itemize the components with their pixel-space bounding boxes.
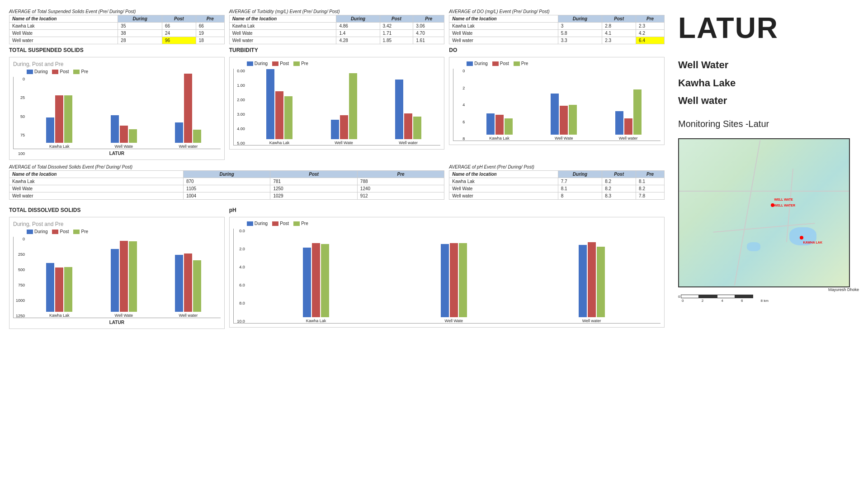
do-col-pre: Pre — [636, 15, 665, 23]
tss-wellwater-post-bar — [184, 74, 192, 143]
turb-chart-bars: Kawha Lak Well Wate — [233, 69, 441, 145]
do-wellwater-pre-bar — [633, 89, 642, 135]
turb-col-name: Name of the location — [229, 15, 336, 23]
turbidity-chart: During Post Pre 5.004.003.002.001.000.00 — [229, 57, 445, 150]
pre-color-box — [73, 70, 80, 74]
bar-group-kawha-bars — [46, 95, 72, 143]
tss-row2-pre: 19 — [196, 30, 224, 37]
ph-chart-title: pH — [229, 207, 665, 213]
ph-kawha-label: Kawha Lak — [306, 319, 326, 323]
ph-wellwate-during-bar — [441, 244, 449, 317]
tss-chart-title: TOTAL SUSPENDED SOLIDS — [9, 47, 225, 53]
scale-bar-container: 0 0 2 4 6 8 km — [678, 295, 859, 303]
tds-col-pre: Pre — [357, 171, 444, 178]
legend-post: Post — [52, 69, 69, 74]
bar-group-kawha: Kawha Lak — [247, 62, 312, 145]
tss-row2-name: Well Wate — [9, 30, 118, 37]
do-wellwate-during-bar — [551, 94, 559, 135]
tds-kawha-pre-bar — [64, 267, 72, 312]
turb-row3-pre: 1.61 — [413, 37, 444, 44]
tds-chart-bars: Kawha Lak Well Wate — [13, 237, 221, 318]
turb-wellwate-post-bar — [340, 115, 348, 139]
bar-group-wellwate-bars — [441, 222, 467, 317]
ph-chart: During Post Pre 10.08.06.04.02.00.0 — [229, 217, 665, 328]
ph-row1-during: 7.7 — [558, 178, 602, 185]
turb-row1-pre: 3.06 — [413, 23, 444, 30]
ph-wellwater-post-bar — [588, 242, 596, 317]
latur-title: LATUR — [678, 14, 859, 42]
location-item-1: Well Water — [678, 56, 859, 74]
do-row1-during: 3 — [558, 23, 602, 30]
scale-labels: 0 2 4 6 8 km — [678, 299, 769, 303]
do-row3-during: 3.3 — [558, 37, 602, 44]
bar-group-kawha-bars — [266, 62, 292, 139]
tds-kawha-label: Kawha Lak — [49, 313, 70, 318]
do-wellwater-during-bar — [615, 111, 623, 135]
turb-row2-post: 1.71 — [380, 30, 413, 37]
turb-col-during: During — [336, 15, 380, 23]
ph-row2-during: 8.1 — [558, 185, 602, 192]
during-color-box — [27, 70, 33, 74]
turb-kawha-during-bar — [266, 69, 274, 139]
do-wellwater-label: Well water — [619, 136, 638, 141]
do-row1-post: 2.8 — [602, 23, 636, 30]
do-row2-pre: 4.2 — [636, 30, 665, 37]
tss-wellwate-post-bar — [120, 126, 128, 143]
scale-seg-4 — [735, 295, 753, 298]
bar-group-wellwate: Well Wate — [311, 62, 376, 145]
tss-wellwater-during-bar — [175, 122, 183, 143]
bar-group-kawha-bars — [486, 62, 513, 135]
legend-during: During — [27, 69, 47, 74]
tds-table: Name of the location During Post Pre Kaw… — [9, 170, 444, 200]
scale-6: 6 — [741, 299, 743, 303]
bar-group-kawha: Kawha Lak — [247, 222, 385, 323]
road-horizontal — [679, 191, 849, 192]
tds-wellwater-label: Well water — [179, 313, 198, 318]
ph-wellwate-label: Well Wate — [445, 319, 463, 323]
tss-row3-during: 28 — [118, 37, 162, 44]
tds-row2-pre: 1240 — [357, 185, 444, 192]
turbidity-chart-title: TURBIDITY — [229, 47, 445, 53]
ph-col-post: Post — [602, 171, 636, 178]
map-background: WELL WATE WELL WATER KAWHA LAK — [679, 139, 849, 286]
tss-row1-post: 66 — [162, 23, 196, 30]
tss-row3-pre: 18 — [196, 37, 224, 44]
do-kawha-post-bar — [495, 115, 504, 135]
do-row2-name: Well Wate — [449, 30, 558, 37]
ph-row1-name: Kawha Lak — [449, 178, 558, 185]
bar-group-wellwate: Well Wate — [532, 62, 596, 141]
table-row: Kawha Lak 35 66 66 — [9, 23, 225, 30]
scale-seg-1 — [681, 295, 699, 298]
tds-col-post: Post — [270, 171, 357, 178]
location-list: Well Water Kawha Lake Well water — [678, 56, 859, 110]
turb-kawha-pre-bar — [284, 96, 292, 139]
table-row: Kawha Lak 870 781 788 — [9, 178, 444, 185]
tss-row2-during: 38 — [118, 30, 162, 37]
turb-wellwater-label: Well water — [399, 141, 418, 145]
tds-wellwater-during-bar — [175, 255, 183, 312]
scale-4: 4 — [721, 299, 723, 303]
tss-table: Name of the location During Post Pre Kaw… — [9, 15, 225, 44]
bar-group-wellwater: Well water — [376, 62, 441, 145]
tss-row3-name: Well water — [9, 37, 118, 44]
do-chart-bars: Kawha Lak Well Wate — [453, 69, 660, 141]
tss-chart-subtitle: During, Post and Pre — [13, 61, 221, 67]
table-row: Kawha Lak 3 2.8 2.3 — [449, 23, 665, 30]
table-row: Well Wate 1.4 1.71 4.70 — [229, 30, 444, 37]
do-section: AVERAGE of DO (mg/L) Event (Pre/ During/… — [449, 9, 665, 160]
turb-row1-during: 4.86 — [336, 23, 380, 30]
tds-wellwate-pre-bar — [129, 241, 137, 312]
right-panel: LATUR Well Water Kawha Lake Well water M… — [669, 9, 859, 329]
turb-kawha-post-bar — [275, 91, 283, 139]
tss-kawha-label: Kawha Lak — [49, 144, 70, 149]
marker-kawha-label: KAWHA LAK — [803, 241, 822, 244]
bar-group-wellwater: Well water — [156, 74, 221, 149]
do-wellwate-label: Well Wate — [555, 136, 573, 141]
scale-2: 2 — [702, 299, 703, 303]
scale-seg-3 — [717, 295, 735, 298]
ph-col-name: Name of the location — [449, 171, 558, 178]
tss-kawha-pre-bar — [64, 95, 72, 143]
ph-wellwater-pre-bar — [597, 247, 605, 317]
tss-row2-post: 24 — [162, 30, 196, 37]
map-lake2 — [747, 242, 760, 251]
